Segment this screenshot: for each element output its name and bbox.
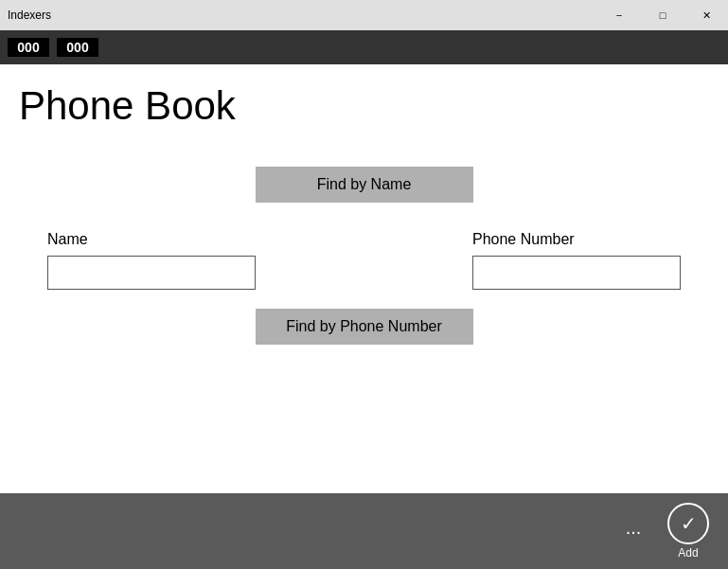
phone-field-group: Phone Number	[472, 231, 681, 290]
main-content: Phone Book Find by Name Name Phone Numbe…	[0, 64, 728, 493]
add-icon-circle	[667, 503, 709, 544]
counter-2: 000	[57, 38, 98, 57]
counter-1: 000	[8, 38, 49, 57]
phone-label: Phone Number	[472, 231, 575, 248]
name-label: Name	[47, 231, 88, 248]
title-bar-controls: − □ ✕	[597, 0, 728, 30]
name-field-group: Name	[47, 231, 256, 290]
check-icon	[681, 512, 697, 535]
page-title: Phone Book	[19, 83, 709, 129]
name-input[interactable]	[47, 256, 256, 290]
fields-row: Name Phone Number	[19, 231, 709, 290]
find-by-phone-button[interactable]: Find by Phone Number	[256, 309, 473, 345]
title-bar: Indexers − □ ✕	[0, 0, 728, 30]
form-area: Find by Name Name Phone Number Find by P…	[19, 148, 709, 493]
phone-input[interactable]	[472, 256, 681, 290]
bottom-bar: ··· Add	[0, 493, 728, 569]
close-button[interactable]: ✕	[684, 0, 728, 30]
add-button[interactable]: Add	[667, 503, 709, 560]
bottom-bar-actions: ··· Add	[618, 503, 709, 560]
title-bar-text: Indexers	[8, 9, 51, 22]
minimize-button[interactable]: −	[597, 0, 641, 30]
more-button[interactable]: ···	[618, 516, 648, 546]
add-label: Add	[678, 546, 698, 560]
find-by-name-button[interactable]: Find by Name	[256, 167, 473, 203]
maximize-button[interactable]: □	[641, 0, 684, 30]
counter-bar: 000 000	[0, 30, 728, 64]
